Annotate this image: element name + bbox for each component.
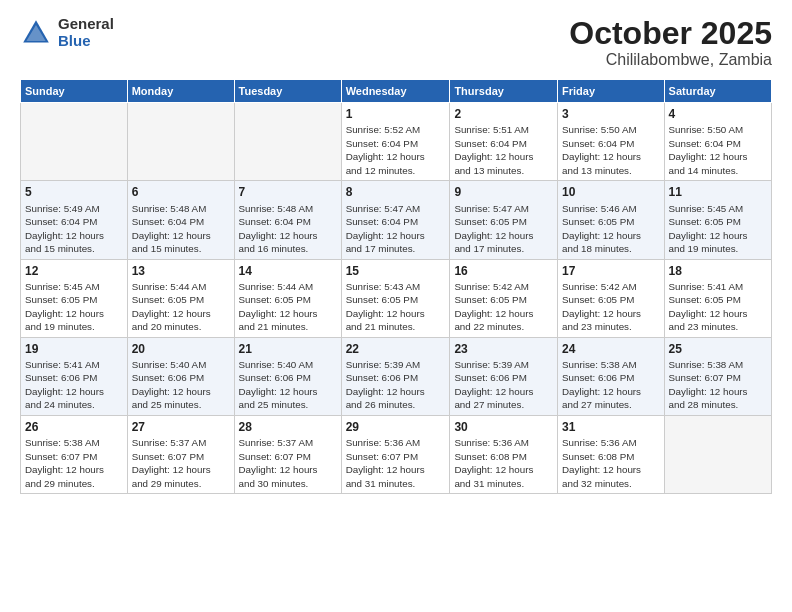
- day-number: 14: [239, 263, 337, 279]
- day-info: Sunrise: 5:39 AM Sunset: 6:06 PM Dayligh…: [454, 359, 533, 411]
- day-info: Sunrise: 5:37 AM Sunset: 6:07 PM Dayligh…: [239, 437, 318, 489]
- day-info: Sunrise: 5:45 AM Sunset: 6:05 PM Dayligh…: [25, 281, 104, 333]
- day-number: 15: [346, 263, 446, 279]
- day-number: 6: [132, 184, 230, 200]
- day-number: 23: [454, 341, 553, 357]
- calendar-cell: 10Sunrise: 5:46 AM Sunset: 6:05 PM Dayli…: [558, 181, 665, 259]
- day-number: 7: [239, 184, 337, 200]
- calendar-cell: 14Sunrise: 5:44 AM Sunset: 6:05 PM Dayli…: [234, 259, 341, 337]
- day-info: Sunrise: 5:45 AM Sunset: 6:05 PM Dayligh…: [669, 203, 748, 255]
- day-number: 8: [346, 184, 446, 200]
- calendar-cell: 19Sunrise: 5:41 AM Sunset: 6:06 PM Dayli…: [21, 337, 128, 415]
- calendar-cell: 11Sunrise: 5:45 AM Sunset: 6:05 PM Dayli…: [664, 181, 771, 259]
- day-number: 19: [25, 341, 123, 357]
- day-number: 2: [454, 106, 553, 122]
- calendar-cell: 9Sunrise: 5:47 AM Sunset: 6:05 PM Daylig…: [450, 181, 558, 259]
- calendar-cell: 8Sunrise: 5:47 AM Sunset: 6:04 PM Daylig…: [341, 181, 450, 259]
- day-info: Sunrise: 5:50 AM Sunset: 6:04 PM Dayligh…: [669, 124, 748, 176]
- day-number: 31: [562, 419, 660, 435]
- day-info: Sunrise: 5:36 AM Sunset: 6:08 PM Dayligh…: [454, 437, 533, 489]
- day-info: Sunrise: 5:47 AM Sunset: 6:04 PM Dayligh…: [346, 203, 425, 255]
- calendar-week-2: 5Sunrise: 5:49 AM Sunset: 6:04 PM Daylig…: [21, 181, 772, 259]
- day-info: Sunrise: 5:43 AM Sunset: 6:05 PM Dayligh…: [346, 281, 425, 333]
- logo-text: General Blue: [58, 16, 114, 49]
- calendar-cell: 7Sunrise: 5:48 AM Sunset: 6:04 PM Daylig…: [234, 181, 341, 259]
- calendar-week-5: 26Sunrise: 5:38 AM Sunset: 6:07 PM Dayli…: [21, 415, 772, 493]
- day-number: 21: [239, 341, 337, 357]
- calendar-cell: 30Sunrise: 5:36 AM Sunset: 6:08 PM Dayli…: [450, 415, 558, 493]
- day-number: 18: [669, 263, 767, 279]
- day-number: 3: [562, 106, 660, 122]
- weekday-header-row: SundayMondayTuesdayWednesdayThursdayFrid…: [21, 80, 772, 103]
- day-info: Sunrise: 5:36 AM Sunset: 6:07 PM Dayligh…: [346, 437, 425, 489]
- day-info: Sunrise: 5:42 AM Sunset: 6:05 PM Dayligh…: [454, 281, 533, 333]
- calendar-cell: 13Sunrise: 5:44 AM Sunset: 6:05 PM Dayli…: [127, 259, 234, 337]
- day-info: Sunrise: 5:42 AM Sunset: 6:05 PM Dayligh…: [562, 281, 641, 333]
- day-number: 25: [669, 341, 767, 357]
- calendar-cell: 22Sunrise: 5:39 AM Sunset: 6:06 PM Dayli…: [341, 337, 450, 415]
- calendar-cell: 25Sunrise: 5:38 AM Sunset: 6:07 PM Dayli…: [664, 337, 771, 415]
- day-number: 13: [132, 263, 230, 279]
- day-number: 26: [25, 419, 123, 435]
- weekday-saturday: Saturday: [664, 80, 771, 103]
- calendar-cell: [127, 103, 234, 181]
- calendar-cell: 29Sunrise: 5:36 AM Sunset: 6:07 PM Dayli…: [341, 415, 450, 493]
- calendar-body: 1Sunrise: 5:52 AM Sunset: 6:04 PM Daylig…: [21, 103, 772, 494]
- day-info: Sunrise: 5:38 AM Sunset: 6:07 PM Dayligh…: [25, 437, 104, 489]
- calendar-cell: 27Sunrise: 5:37 AM Sunset: 6:07 PM Dayli…: [127, 415, 234, 493]
- day-info: Sunrise: 5:40 AM Sunset: 6:06 PM Dayligh…: [239, 359, 318, 411]
- day-info: Sunrise: 5:51 AM Sunset: 6:04 PM Dayligh…: [454, 124, 533, 176]
- day-number: 4: [669, 106, 767, 122]
- calendar-cell: 21Sunrise: 5:40 AM Sunset: 6:06 PM Dayli…: [234, 337, 341, 415]
- weekday-sunday: Sunday: [21, 80, 128, 103]
- weekday-monday: Monday: [127, 80, 234, 103]
- calendar-cell: 5Sunrise: 5:49 AM Sunset: 6:04 PM Daylig…: [21, 181, 128, 259]
- day-info: Sunrise: 5:41 AM Sunset: 6:06 PM Dayligh…: [25, 359, 104, 411]
- day-number: 22: [346, 341, 446, 357]
- calendar-title: October 2025: [569, 16, 772, 51]
- calendar-table: SundayMondayTuesdayWednesdayThursdayFrid…: [20, 79, 772, 494]
- weekday-wednesday: Wednesday: [341, 80, 450, 103]
- day-info: Sunrise: 5:46 AM Sunset: 6:05 PM Dayligh…: [562, 203, 641, 255]
- page: General Blue October 2025 Chililabombwe,…: [0, 0, 792, 612]
- calendar-cell: 17Sunrise: 5:42 AM Sunset: 6:05 PM Dayli…: [558, 259, 665, 337]
- calendar-cell: 16Sunrise: 5:42 AM Sunset: 6:05 PM Dayli…: [450, 259, 558, 337]
- calendar-cell: 18Sunrise: 5:41 AM Sunset: 6:05 PM Dayli…: [664, 259, 771, 337]
- day-number: 11: [669, 184, 767, 200]
- calendar-cell: 6Sunrise: 5:48 AM Sunset: 6:04 PM Daylig…: [127, 181, 234, 259]
- day-number: 20: [132, 341, 230, 357]
- day-info: Sunrise: 5:44 AM Sunset: 6:05 PM Dayligh…: [132, 281, 211, 333]
- day-info: Sunrise: 5:40 AM Sunset: 6:06 PM Dayligh…: [132, 359, 211, 411]
- calendar-cell: [664, 415, 771, 493]
- day-info: Sunrise: 5:38 AM Sunset: 6:07 PM Dayligh…: [669, 359, 748, 411]
- calendar-subtitle: Chililabombwe, Zambia: [569, 51, 772, 69]
- day-number: 5: [25, 184, 123, 200]
- calendar-cell: [234, 103, 341, 181]
- calendar-cell: 2Sunrise: 5:51 AM Sunset: 6:04 PM Daylig…: [450, 103, 558, 181]
- weekday-tuesday: Tuesday: [234, 80, 341, 103]
- day-number: 16: [454, 263, 553, 279]
- day-info: Sunrise: 5:48 AM Sunset: 6:04 PM Dayligh…: [239, 203, 318, 255]
- day-number: 17: [562, 263, 660, 279]
- logo-general-text: General: [58, 16, 114, 33]
- day-info: Sunrise: 5:47 AM Sunset: 6:05 PM Dayligh…: [454, 203, 533, 255]
- calendar-cell: [21, 103, 128, 181]
- day-number: 1: [346, 106, 446, 122]
- weekday-friday: Friday: [558, 80, 665, 103]
- day-info: Sunrise: 5:41 AM Sunset: 6:05 PM Dayligh…: [669, 281, 748, 333]
- day-number: 28: [239, 419, 337, 435]
- day-number: 10: [562, 184, 660, 200]
- day-info: Sunrise: 5:49 AM Sunset: 6:04 PM Dayligh…: [25, 203, 104, 255]
- calendar-cell: 15Sunrise: 5:43 AM Sunset: 6:05 PM Dayli…: [341, 259, 450, 337]
- calendar-cell: 24Sunrise: 5:38 AM Sunset: 6:06 PM Dayli…: [558, 337, 665, 415]
- day-info: Sunrise: 5:52 AM Sunset: 6:04 PM Dayligh…: [346, 124, 425, 176]
- day-number: 29: [346, 419, 446, 435]
- calendar-cell: 28Sunrise: 5:37 AM Sunset: 6:07 PM Dayli…: [234, 415, 341, 493]
- calendar-cell: 3Sunrise: 5:50 AM Sunset: 6:04 PM Daylig…: [558, 103, 665, 181]
- calendar-cell: 26Sunrise: 5:38 AM Sunset: 6:07 PM Dayli…: [21, 415, 128, 493]
- day-number: 24: [562, 341, 660, 357]
- calendar-header: SundayMondayTuesdayWednesdayThursdayFrid…: [21, 80, 772, 103]
- title-block: October 2025 Chililabombwe, Zambia: [569, 16, 772, 69]
- logo: General Blue: [20, 16, 114, 49]
- logo-blue-text: Blue: [58, 33, 114, 50]
